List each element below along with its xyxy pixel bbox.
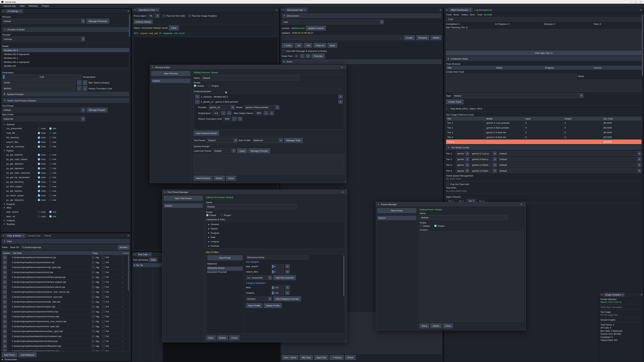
scope-global-radio[interactable]: Global	[206, 214, 216, 217]
composer-action-button[interactable]: Inject File	[314, 355, 328, 360]
auto-radio[interactable]: Auto	[38, 176, 46, 179]
manage-presets-button[interactable]: Manage Presets	[86, 108, 108, 112]
tab-usage-analytics[interactable]: Usage Analytics✕	[604, 293, 624, 297]
resize-grip[interactable]	[344, 180, 346, 182]
scrollbar-thumb[interactable]	[128, 255, 129, 290]
tier-provider-select[interactable]: gemini▼	[456, 157, 470, 162]
manage-personas-button[interactable]: Manage Personas	[86, 18, 109, 23]
preset-list-item[interactable]: Default	[377, 216, 416, 220]
full-checkbox[interactable]: ✓Full	[102, 325, 109, 328]
auto-radio[interactable]: Auto	[38, 136, 46, 139]
ask-radio[interactable]: Ask	[49, 215, 56, 218]
composer-action-button[interactable]: -> History	[330, 355, 344, 360]
ask-radio[interactable]: Ask	[49, 158, 56, 161]
persona-editor-titlebar[interactable]: ▼ Persona Editor ✕	[150, 65, 346, 70]
ask-radio[interactable]: Ask	[49, 136, 56, 139]
auto-radio[interactable]: Auto	[38, 153, 46, 156]
weight-slider[interactable]: 4	[271, 264, 284, 269]
history-limit-input[interactable]	[2, 86, 76, 91]
tier-preset-select[interactable]: Default▼	[498, 157, 642, 162]
manage-tools-button[interactable]: Manage Tools	[284, 138, 303, 143]
tool-group-header[interactable]: ▼Surgical	[2, 202, 129, 206]
auto-radio[interactable]: Auto	[38, 211, 46, 213]
save-profile-button[interactable]: Save Profile	[246, 303, 263, 308]
new-profile-button[interactable]: New Profile	[208, 255, 243, 260]
ask-radio[interactable]: Ask	[49, 185, 56, 188]
remove-file-button[interactable]: x	[3, 265, 7, 269]
remove-model-button[interactable]: x	[338, 94, 343, 98]
remove-file-button[interactable]: x	[3, 280, 7, 284]
panel-close-icon[interactable]: ✕	[127, 10, 129, 12]
category-row[interactable]: ▶ Python	[208, 227, 343, 230]
tier-preset-select[interactable]: Default▼	[498, 151, 642, 156]
remove-file-button[interactable]: x	[3, 285, 7, 289]
rename-discussion-button[interactable]: Rename	[416, 35, 429, 40]
auto-radio[interactable]: Auto	[38, 194, 46, 197]
auto-radio[interactable]: Auto	[38, 171, 46, 174]
tool-preset-list-item[interactable]: Default	[164, 203, 203, 208]
bias-profile-select[interactable]: Balanced▼	[2, 116, 85, 121]
agg-checkbox[interactable]: ✓Agg	[92, 315, 99, 318]
category-override-select[interactable]: General▼	[246, 297, 272, 301]
track-type-select[interactable]: feature▼	[453, 93, 584, 98]
temperature-slider[interactable]: 0.00	[2, 74, 82, 79]
ask-radio[interactable]: Ask	[49, 190, 56, 192]
remove-file-button[interactable]: x	[3, 349, 7, 351]
remove-override-button[interactable]: x	[285, 264, 290, 268]
screenshots-header[interactable]: ▶ Screenshots	[2, 358, 130, 361]
popout-tool-calls-checkbox[interactable]: ✓Pop Out Tool Calls	[162, 14, 185, 17]
dock-menu-icon[interactable]: ▼	[2, 234, 6, 237]
remove-file-button[interactable]: x	[3, 295, 7, 299]
move-down-button[interactable]: -	[195, 100, 200, 104]
tab-theme[interactable]: Theme	[42, 233, 53, 238]
entry-action-button[interactable]: Save	[328, 43, 337, 48]
dock-menu-icon[interactable]: ▼	[133, 8, 137, 11]
apply-button[interactable]: Apply	[237, 148, 247, 153]
menu-item[interactable]: Windows	[27, 5, 40, 7]
column-header[interactable]: Est. Cost	[602, 117, 642, 121]
full-checkbox[interactable]: ✓Full	[102, 335, 109, 338]
add-preferred-model-button[interactable]: Add Preferred Model	[194, 131, 219, 136]
move-up-button[interactable]: +	[195, 94, 200, 98]
model-option[interactable]: MiniMax-M2	[2, 64, 129, 68]
remove-file-button[interactable]: x	[3, 300, 7, 304]
full-checkbox[interactable]: ✓Full	[102, 276, 109, 279]
discussions-header[interactable]: ▼ Discussions	[282, 13, 442, 18]
tier-provider-select[interactable]: gemini▼	[456, 151, 470, 156]
tab-mma-dashboard[interactable]: MMA Dashboard✕	[449, 7, 472, 12]
max-tokens-input[interactable]	[2, 80, 76, 85]
manage-prompts-button[interactable]: Manage Prompts	[248, 148, 270, 153]
auto-radio[interactable]: Auto	[38, 180, 46, 183]
column-header[interactable]: Input	[524, 117, 563, 121]
column-header[interactable]: Progress	[544, 66, 592, 70]
ask-radio[interactable]: Ask	[49, 167, 56, 170]
agg-checkbox[interactable]: ✓Agg	[92, 266, 99, 269]
tier-preset-select[interactable]: Default▼	[498, 168, 642, 173]
full-checkbox[interactable]: ✓Full	[102, 271, 109, 274]
epic-planning-textarea[interactable]	[446, 29, 642, 49]
increment-button[interactable]: +	[270, 111, 274, 115]
close-tab-icon[interactable]: ✕	[22, 234, 24, 237]
ask-radio[interactable]: Ask	[49, 194, 56, 197]
remove-override-button[interactable]: x	[285, 270, 290, 274]
tool-group-header[interactable]: ▼Runtime	[2, 222, 129, 226]
column-header[interactable]: Cache	[122, 252, 129, 254]
resize-grip[interactable]	[344, 340, 346, 342]
ask-radio[interactable]: Ask	[49, 180, 56, 183]
agg-checkbox[interactable]: ✓Agg	[92, 300, 99, 303]
tool-group-header[interactable]: ▼General	[2, 122, 129, 126]
full-checkbox[interactable]: ✓Full	[102, 300, 109, 303]
system-prompt-textarea[interactable]	[194, 155, 344, 174]
column-header[interactable]: Model	[485, 117, 524, 121]
discussion-select[interactable]: main▼	[282, 19, 384, 24]
auto-radio[interactable]: Auto	[38, 145, 46, 148]
close-dialog-button[interactable]: Close	[226, 176, 236, 180]
agg-checkbox[interactable]: ✓Agg	[92, 291, 99, 294]
remove-model-button[interactable]: x	[338, 100, 343, 104]
profile-list-item[interactable]: Balanced	[208, 263, 243, 267]
minimize-icon[interactable]: ─	[631, 1, 632, 3]
multiplier-slider[interactable]: 1.3x	[271, 291, 284, 295]
ask-radio[interactable]: Ask	[49, 211, 56, 213]
full-checkbox[interactable]: ✓Full	[102, 315, 109, 318]
dock-menu-icon[interactable]: ▼	[281, 8, 285, 11]
